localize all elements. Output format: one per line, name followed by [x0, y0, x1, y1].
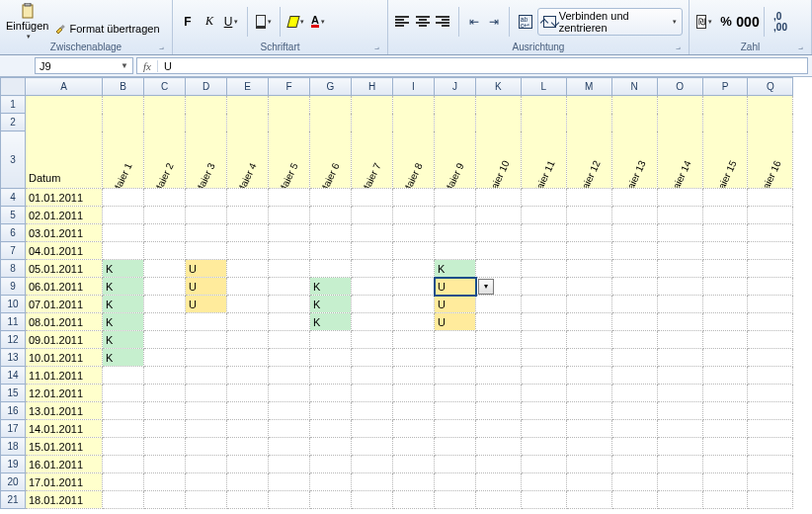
cell-I16[interactable]: [393, 402, 435, 420]
cell-B18[interactable]: [103, 438, 144, 456]
cell-N2[interactable]: [611, 114, 657, 131]
cell-H15[interactable]: [352, 385, 393, 402]
cell-G21[interactable]: [310, 491, 352, 509]
cell-A11[interactable]: 08.01.2011: [26, 313, 103, 331]
cell-I8[interactable]: [393, 260, 435, 278]
cell-O7[interactable]: [657, 242, 702, 260]
cell-J15[interactable]: [435, 385, 476, 402]
cell-K20[interactable]: [476, 473, 522, 491]
cell-P16[interactable]: [702, 402, 748, 420]
cell-H20[interactable]: [352, 473, 393, 491]
cell-C4[interactable]: [144, 189, 186, 207]
cell-M13[interactable]: [566, 349, 611, 367]
cell-C1[interactable]: [144, 96, 186, 114]
cell-N1[interactable]: [611, 96, 657, 114]
cell-B7[interactable]: [103, 242, 144, 260]
cell-H17[interactable]: [352, 420, 393, 438]
row-header-3[interactable]: 3: [1, 131, 26, 189]
cell-Q12[interactable]: [748, 331, 793, 349]
cell-O8[interactable]: [657, 260, 702, 278]
cell-D7[interactable]: [186, 242, 227, 260]
cell-A1[interactable]: [26, 96, 103, 114]
cell-B9[interactable]: K: [103, 278, 144, 296]
cell-N13[interactable]: [611, 349, 657, 367]
cell-M16[interactable]: [566, 402, 611, 420]
cell-E4[interactable]: [227, 189, 269, 207]
cell-C20[interactable]: [144, 473, 186, 491]
cell-M7[interactable]: [566, 242, 611, 260]
cell-J18[interactable]: [435, 438, 476, 456]
cell-N8[interactable]: [611, 260, 657, 278]
cell-Q15[interactable]: [748, 385, 793, 402]
cell-Q9[interactable]: [748, 278, 793, 296]
cell-K8[interactable]: [476, 260, 522, 278]
cell-M10[interactable]: [566, 296, 611, 313]
row-header-11[interactable]: 11: [1, 313, 26, 331]
cell-G3[interactable]: Maier 6: [310, 131, 352, 189]
cell-E19[interactable]: [227, 456, 269, 473]
cell-L6[interactable]: [521, 224, 566, 242]
cell-B5[interactable]: [103, 207, 144, 224]
cell-H12[interactable]: [352, 331, 393, 349]
align-center-button[interactable]: [415, 13, 432, 31]
cell-A21[interactable]: 18.01.2011: [26, 491, 103, 509]
cell-A16[interactable]: 13.01.2011: [26, 402, 103, 420]
cell-G10[interactable]: K: [310, 296, 352, 313]
cell-D12[interactable]: [186, 331, 227, 349]
cell-A17[interactable]: 14.01.2011: [26, 420, 103, 438]
cell-D1[interactable]: [186, 96, 227, 114]
cell-L9[interactable]: [521, 278, 566, 296]
cell-K7[interactable]: [476, 242, 522, 260]
cell-B14[interactable]: [103, 367, 144, 385]
cell-C17[interactable]: [144, 420, 186, 438]
cell-O15[interactable]: [657, 385, 702, 402]
column-header-I[interactable]: I: [393, 78, 435, 96]
cell-P10[interactable]: [702, 296, 748, 313]
cell-F20[interactable]: [269, 473, 310, 491]
cell-A12[interactable]: 09.01.2011: [26, 331, 103, 349]
cell-J6[interactable]: [435, 224, 476, 242]
cell-F8[interactable]: [269, 260, 310, 278]
cell-H19[interactable]: [352, 456, 393, 473]
cell-F11[interactable]: [269, 313, 310, 331]
cell-P12[interactable]: [702, 331, 748, 349]
cell-K17[interactable]: [476, 420, 522, 438]
cell-J3[interactable]: Maier 9: [435, 131, 476, 189]
cell-L21[interactable]: [521, 491, 566, 509]
cell-N12[interactable]: [611, 331, 657, 349]
cell-B11[interactable]: K: [103, 313, 144, 331]
cell-Q10[interactable]: [748, 296, 793, 313]
cell-E7[interactable]: [227, 242, 269, 260]
cell-D19[interactable]: [186, 456, 227, 473]
cell-F7[interactable]: [269, 242, 310, 260]
cell-D13[interactable]: [186, 349, 227, 367]
cell-G19[interactable]: [310, 456, 352, 473]
cell-Q16[interactable]: [748, 402, 793, 420]
cell-A19[interactable]: 16.01.2011: [26, 456, 103, 473]
cell-N4[interactable]: [611, 189, 657, 207]
cell-G5[interactable]: [310, 207, 352, 224]
cell-A5[interactable]: 02.01.2011: [26, 207, 103, 224]
cell-A18[interactable]: 15.01.2011: [26, 438, 103, 456]
cell-F16[interactable]: [269, 402, 310, 420]
column-header-K[interactable]: K: [476, 78, 522, 96]
cell-J4[interactable]: [435, 189, 476, 207]
cell-O3[interactable]: Maier 14: [657, 131, 702, 189]
cell-N6[interactable]: [611, 224, 657, 242]
cell-C21[interactable]: [144, 491, 186, 509]
cell-L1[interactable]: [521, 96, 566, 114]
cell-H5[interactable]: [352, 207, 393, 224]
cell-N10[interactable]: [611, 296, 657, 313]
cell-A10[interactable]: 07.01.2011: [26, 296, 103, 313]
cell-O4[interactable]: [657, 189, 702, 207]
cell-D8[interactable]: U: [186, 260, 227, 278]
cell-M14[interactable]: [566, 367, 611, 385]
cell-E10[interactable]: [227, 296, 269, 313]
cell-K12[interactable]: [476, 331, 522, 349]
cell-K6[interactable]: [476, 224, 522, 242]
cell-P4[interactable]: [702, 189, 748, 207]
cell-Q8[interactable]: [748, 260, 793, 278]
cell-N20[interactable]: [611, 473, 657, 491]
cell-B2[interactable]: [103, 114, 144, 131]
cell-E3[interactable]: Maier 4: [227, 131, 269, 189]
